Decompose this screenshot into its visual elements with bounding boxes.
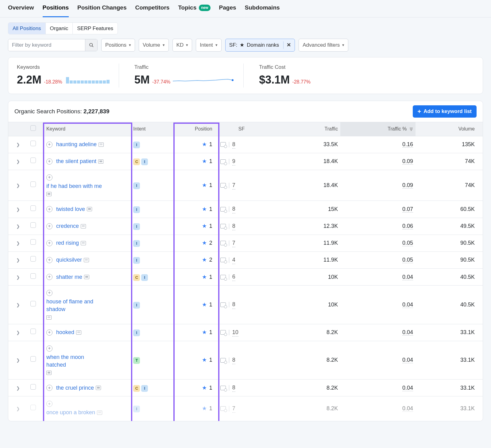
serp-feature-icon[interactable] [220,207,226,212]
row-checkbox[interactable] [30,141,36,146]
serp-icon[interactable] [97,411,102,415]
expand-icon[interactable]: ❯ [16,224,20,229]
row-checkbox[interactable] [30,384,36,390]
row-checkbox[interactable] [30,239,36,245]
serp-icon[interactable] [99,142,104,147]
serp-feature-icon[interactable] [220,358,226,363]
serp-icon[interactable] [81,224,86,228]
filter-kd[interactable]: KD▾ [172,39,192,52]
keyword-link[interactable]: +house of flame and shadow [46,290,105,319]
sf-count[interactable]: 10 [232,329,238,337]
segment-all-positions[interactable]: All Positions [8,23,46,34]
serp-feature-icon[interactable] [220,406,226,411]
serp-feature-icon[interactable] [220,258,226,262]
row-checkbox[interactable] [30,181,36,187]
expand-icon[interactable]: ❯ [16,183,20,188]
expand-icon[interactable]: ❯ [16,207,20,212]
tab-position-changes[interactable]: Position Changes [77,1,126,17]
plus-circle-icon[interactable]: + [46,385,52,391]
col-traffic-pct[interactable]: Traffic % [340,122,416,136]
plus-circle-icon[interactable]: + [46,174,52,181]
row-checkbox[interactable] [30,329,36,334]
col-position[interactable]: Position [174,122,218,136]
plus-circle-icon[interactable]: + [46,257,52,263]
segment-organic[interactable]: Organic [46,23,73,34]
sf-count[interactable]: 7 [232,181,235,189]
serp-icon[interactable] [81,241,86,245]
sf-count[interactable]: 7 [232,405,235,413]
row-checkbox[interactable] [30,222,36,228]
tab-subdomains[interactable]: Subdomains [245,1,280,17]
keyword-link[interactable]: +once upon a broken [46,401,105,416]
serp-feature-icon[interactable] [220,386,226,390]
col-keyword[interactable]: Keyword [44,122,131,136]
expand-icon[interactable]: ❯ [16,406,20,411]
close-icon[interactable]: ✕ [283,41,291,49]
row-checkbox[interactable] [30,405,36,410]
serp-icon[interactable] [87,207,92,211]
row-checkbox[interactable] [30,256,36,262]
plus-circle-icon[interactable]: + [46,142,52,148]
serp-icon[interactable] [84,275,89,279]
plus-circle-icon[interactable]: + [46,290,52,296]
plus-circle-icon[interactable]: + [46,223,52,229]
expand-icon[interactable]: ❯ [16,142,20,147]
expand-icon[interactable]: ❯ [16,275,20,280]
row-checkbox[interactable] [30,158,36,163]
keyword-link[interactable]: +hooked [46,329,105,336]
serp-feature-icon[interactable] [220,159,226,164]
keyword-filter-input[interactable] [8,39,85,51]
expand-icon[interactable]: ❯ [16,330,20,335]
filter-intent[interactable]: Intent▾ [196,39,222,52]
filter-domain-ranks[interactable]: SF: ★ Domain ranks✕ [225,39,295,52]
serp-icon[interactable] [96,386,101,390]
serp-icon[interactable] [46,371,52,375]
plus-circle-icon[interactable]: + [46,345,52,352]
serp-icon[interactable] [46,192,52,196]
filter-advanced-filters[interactable]: Advanced filters▾ [299,39,348,52]
keyword-link[interactable]: +when the moon hatched [46,345,105,375]
col-volume[interactable]: Volume [416,122,483,136]
expand-icon[interactable]: ❯ [16,258,20,263]
expand-icon[interactable]: ❯ [16,241,20,246]
sf-count[interactable]: 8 [232,205,235,213]
select-all-checkbox[interactable] [30,125,36,131]
tab-pages[interactable]: Pages [219,1,236,17]
row-checkbox[interactable] [30,273,36,279]
col-intent[interactable]: Intent [131,122,174,136]
plus-circle-icon[interactable]: + [46,401,52,407]
add-to-keyword-list-button[interactable]: + Add to keyword list [413,105,477,118]
expand-icon[interactable]: ❯ [16,302,20,307]
plus-circle-icon[interactable]: + [46,329,52,336]
serp-feature-icon[interactable] [220,142,226,147]
sf-count[interactable]: 8 [232,141,235,149]
keyword-link[interactable]: +red rising [46,239,105,247]
serp-icon[interactable] [84,258,89,262]
col-sf[interactable]: SF [218,122,265,136]
filter-positions[interactable]: Positions▾ [101,39,135,52]
row-checkbox[interactable] [30,205,36,211]
row-checkbox[interactable] [30,356,36,362]
keyword-link[interactable]: +the cruel prince [46,384,105,392]
plus-circle-icon[interactable]: + [46,158,52,165]
serp-feature-icon[interactable] [220,224,226,228]
row-checkbox[interactable] [30,301,36,306]
serp-feature-icon[interactable] [220,302,226,307]
sf-count[interactable]: 9 [232,158,235,166]
plus-circle-icon[interactable]: + [46,240,52,246]
search-icon[interactable] [85,39,97,51]
segment-serp-features[interactable]: SERP Features [73,23,118,34]
keyword-link[interactable]: +credence [46,222,105,230]
sf-count[interactable]: 8 [232,384,235,392]
sf-count[interactable]: 8 [232,222,235,230]
tab-overview[interactable]: Overview [8,1,34,17]
expand-icon[interactable]: ❯ [16,159,20,164]
serp-icon[interactable] [46,315,52,320]
plus-circle-icon[interactable]: + [46,274,52,280]
serp-icon[interactable] [98,159,103,164]
tab-competitors[interactable]: Competitors [135,1,169,17]
serp-feature-icon[interactable] [220,330,226,335]
serp-feature-icon[interactable] [220,275,226,279]
keyword-link[interactable]: +the silent patient [46,158,105,165]
sf-count[interactable]: 6 [232,273,235,281]
